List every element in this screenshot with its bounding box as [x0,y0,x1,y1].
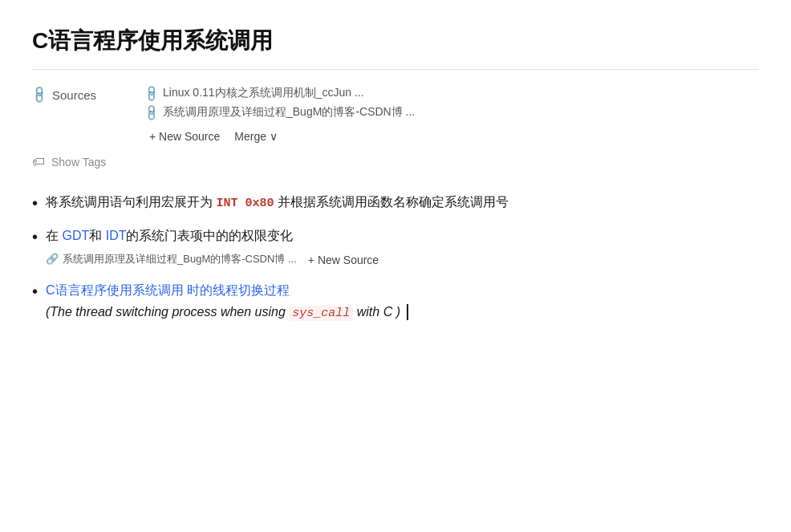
source-item-2[interactable]: 🔗 系统调用原理及详细过程_BugM的博客-CSDN博 ... [144,105,415,120]
sources-list-container: 🔗 Linux 0.11内核之系统调用机制_ccJun ... 🔗 系统调用原理… [144,86,415,145]
link-item-text[interactable]: C语言程序使用系统调用 时的线程切换过程 [46,283,290,297]
mono-highlight: sys_call [289,306,353,321]
bullet-content-3: C语言程序使用系统调用 时的线程切换过程 (The thread switchi… [46,280,759,324]
title-divider [32,69,759,70]
show-tags-label: Show Tags [51,156,106,169]
tag-icon: 🏷 [32,155,45,169]
bullet-dot-3: • [32,280,38,303]
bullet-dot-2: • [32,225,38,248]
italic-after: with C ) [353,305,400,319]
source-actions: + New Source Merge ∨ [144,128,415,145]
bullet-item-1: • 将系统调用语句利用宏展开为 INT 0x80 并根据系统调用函数名称确定系统… [32,192,759,214]
inline-link-icon: 🔗 [46,251,59,268]
bullet-content-2: 在 GDT和 IDT的系统门表项中的的权限变化 🔗 系统调用原理及详细过程_Bu… [46,225,759,269]
bullet-dot-1: • [32,192,38,214]
show-tags-row[interactable]: 🏷 Show Tags [32,155,759,169]
sources-list: 🔗 Linux 0.11内核之系统调用机制_ccJun ... 🔗 系统调用原理… [144,86,415,145]
merge-label: Merge [234,130,266,143]
bullet-list: • 将系统调用语句利用宏展开为 INT 0x80 并根据系统调用函数名称确定系统… [32,192,759,323]
bullet-item-3: • C语言程序使用系统调用 时的线程切换过程 (The thread switc… [32,280,759,324]
bullet1-text-after: 并根据系统调用函数名称确定系统调用号 [274,195,508,209]
sources-label: 🔗 Sources [32,86,144,102]
sources-row: 🔗 Sources 🔗 Linux 0.11内核之系统调用机制_ccJun ..… [32,86,759,145]
idt-text: IDT [106,229,127,242]
bullet-item-2: • 在 GDT和 IDT的系统门表项中的的权限变化 🔗 系统调用原理及详细过程_… [32,225,759,269]
sources-link-icon: 🔗 [29,84,50,105]
content-section: • 将系统调用语句利用宏展开为 INT 0x80 并根据系统调用函数名称确定系统… [32,192,759,323]
new-source-button[interactable]: + New Source [144,128,225,145]
italic-before: (The thread switching process when using [46,305,289,319]
page-container: C语言程序使用系统调用 🔗 Sources 🔗 Linux 0.11内核之系统调… [0,0,791,360]
text-cursor [407,304,408,320]
bullet1-text-before: 将系统调用语句利用宏展开为 [46,195,216,209]
italic-line: (The thread switching process when using… [46,302,400,323]
source-text-1: Linux 0.11内核之系统调用机制_ccJun ... [163,86,364,100]
inline-new-source-button[interactable]: + New Source [303,251,383,269]
bullet-content-1: 将系统调用语句利用宏展开为 INT 0x80 并根据系统调用函数名称确定系统调用… [46,192,759,213]
source-link-icon-2: 🔗 [142,103,160,121]
source-item-1[interactable]: 🔗 Linux 0.11内核之系统调用机制_ccJun ... [144,86,415,100]
bullet2-text: 在 GDT和 IDT的系统门表项中的的权限变化 [46,229,293,242]
cursor-line: (The thread switching process when using… [46,300,759,323]
bullet1-highlight: INT 0x80 [216,197,274,210]
inline-source-text: 系统调用原理及详细过程_BugM的博客-CSDN博 ... [63,251,297,268]
source-link-icon-1: 🔗 [142,83,160,102]
source-text-2: 系统调用原理及详细过程_BugM的博客-CSDN博 ... [163,105,415,120]
gdt-text: GDT [62,229,89,242]
inline-source-item[interactable]: 🔗 系统调用原理及详细过程_BugM的博客-CSDN博 ... [46,251,297,268]
merge-button[interactable]: Merge ∨ [228,128,284,145]
sources-label-text: Sources [52,88,96,102]
merge-chevron-icon: ∨ [270,130,278,143]
page-title: C语言程序使用系统调用 [32,26,759,56]
inline-source-row: 🔗 系统调用原理及详细过程_BugM的博客-CSDN博 ... + New So… [46,251,759,269]
